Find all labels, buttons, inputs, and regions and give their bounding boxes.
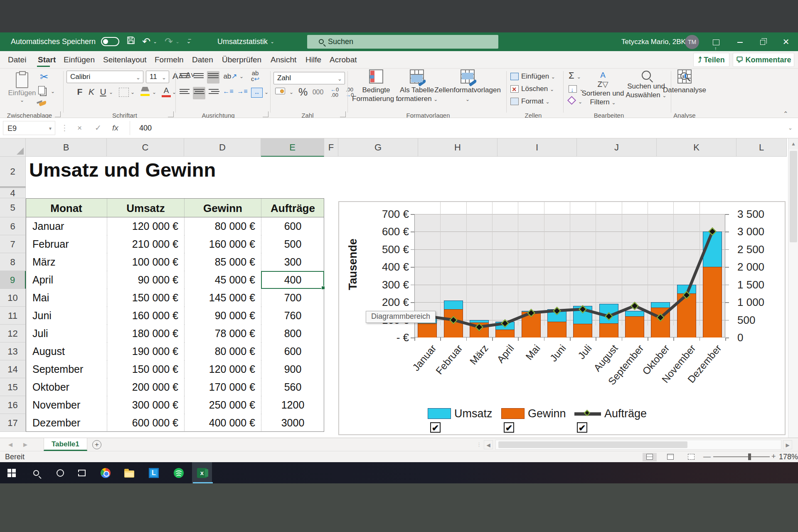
row-header-14[interactable]: 14 <box>0 360 26 378</box>
table-cell[interactable]: 760 <box>261 307 324 325</box>
worksheet-area[interactable]: BCDEFGHIJKL 24567891011121314151617 Umsa… <box>0 138 798 438</box>
align-top-icon[interactable] <box>179 72 190 79</box>
legend-item-aufträge[interactable]: Aufträge <box>574 406 647 421</box>
table-cell[interactable]: 400 000 € <box>184 414 261 432</box>
table-cell[interactable]: 120 000 € <box>107 217 184 235</box>
table-cell[interactable]: 600 <box>261 217 324 235</box>
wrap-text-icon[interactable]: abc↩ <box>248 70 263 82</box>
fill-color-button[interactable] <box>140 87 150 96</box>
table-cell[interactable]: November <box>26 396 107 414</box>
selected-cell-e9[interactable] <box>261 271 324 289</box>
save-icon[interactable] <box>125 36 137 47</box>
name-box[interactable]: E9▾ <box>3 121 55 135</box>
font-color-button[interactable]: A <box>161 86 171 97</box>
customize-qat-icon[interactable]: ⌄̅ <box>185 36 193 47</box>
table-header-gewinn[interactable]: Gewinn <box>184 198 261 217</box>
table-header-monat[interactable]: Monat <box>26 198 107 217</box>
ribbon-tab-einfügen[interactable]: Einfügen <box>62 51 89 68</box>
scroll-up-icon[interactable]: ▲ <box>788 138 798 149</box>
scroll-left-icon[interactable]: ◀ <box>484 440 493 449</box>
percent-style-button[interactable]: % <box>297 86 309 98</box>
currency-dropdown-icon[interactable]: ⌄ <box>289 89 293 95</box>
decrease-indent-icon[interactable]: ←≡ <box>222 88 234 95</box>
table-cell[interactable]: 500 <box>261 235 324 253</box>
font-size-combo[interactable]: 11⌄ <box>146 71 169 83</box>
table-cell[interactable]: Februar <box>26 235 107 253</box>
horizontal-scroll-thumb[interactable] <box>498 441 687 448</box>
namebox-splitter[interactable]: ⋮ <box>61 121 69 135</box>
table-cell[interactable]: 300 000 € <box>107 396 184 414</box>
align-center-icon[interactable] <box>193 87 205 99</box>
sheet-nav-right-icon[interactable]: ▶ <box>23 438 27 451</box>
merge-center-icon[interactable]: ↔ <box>251 88 263 98</box>
table-cell[interactable]: 170 000 € <box>184 378 261 396</box>
view-page-break-button[interactable] <box>684 453 698 461</box>
clear-button[interactable]: ⌄ <box>569 96 582 107</box>
column-header-b[interactable]: B <box>26 138 107 157</box>
cortana-button[interactable] <box>50 462 70 483</box>
legend-item-umsatz[interactable]: Umsatz <box>428 406 493 421</box>
sheet-tab-tabelle1[interactable]: Tabelle1 <box>44 438 87 451</box>
spotify-button[interactable] <box>169 462 189 483</box>
ribbon-tab-start[interactable]: Start <box>36 51 51 68</box>
zoom-in-icon[interactable]: + <box>771 452 776 461</box>
table-cell[interactable]: 85 000 € <box>184 253 261 271</box>
zoom-slider[interactable] <box>713 456 770 457</box>
cut-button[interactable]: ✂ <box>37 71 52 83</box>
table-cell[interactable]: 1200 <box>261 396 324 414</box>
row-header-10[interactable]: 10 <box>0 289 26 307</box>
row-header-9[interactable]: 9 <box>0 271 26 289</box>
start-button[interactable] <box>2 462 22 483</box>
comments-button[interactable]: 🗩 Kommentare <box>733 53 794 67</box>
column-header-j[interactable]: J <box>577 138 657 157</box>
table-cell[interactable]: 90 000 € <box>184 307 261 325</box>
borders-dropdown-icon[interactable]: ⌄ <box>131 89 135 95</box>
copy-button[interactable] <box>38 86 45 94</box>
select-all-corner[interactable] <box>0 138 26 157</box>
sheet-nav-left-icon[interactable]: ◀ <box>8 438 12 451</box>
vertical-scrollbar[interactable]: ▲ <box>788 138 798 438</box>
table-cell[interactable]: Mai <box>26 289 107 307</box>
avatar[interactable]: TM <box>685 35 699 49</box>
taskbar-search-button[interactable] <box>26 462 46 483</box>
table-cell[interactable]: 900 <box>261 360 324 378</box>
table-cell[interactable]: 90 000 € <box>107 271 184 289</box>
row-header-16[interactable]: 16 <box>0 396 26 414</box>
table-cell[interactable]: 250 000 € <box>184 396 261 414</box>
table-cell[interactable]: 300 <box>261 253 324 271</box>
row-header-17[interactable]: 17 <box>0 414 26 432</box>
zoom-out-icon[interactable]: — <box>703 452 711 461</box>
cell-styles-button[interactable]: Zellenformatvorlagen⌄ <box>428 69 507 104</box>
confirm-entry-icon[interactable]: ✓ <box>95 121 101 135</box>
bold-button[interactable]: F <box>75 87 85 97</box>
legend-checkbox-umsatz[interactable]: ✔ <box>430 422 441 433</box>
table-cell[interactable]: 560 <box>261 378 324 396</box>
table-cell[interactable]: 45 000 € <box>184 271 261 289</box>
table-cell[interactable]: 180 000 € <box>107 325 184 342</box>
tabbar-splitter[interactable]: ⋮ <box>476 438 482 451</box>
format-painter-button[interactable] <box>39 102 47 105</box>
column-header-f[interactable]: F <box>324 138 338 157</box>
table-cell[interactable]: 3000 <box>261 414 324 432</box>
increase-indent-icon[interactable]: →≡ <box>236 88 249 95</box>
share-button[interactable]: ⤴ Teilen <box>693 53 729 67</box>
row-header-2[interactable]: 2 <box>0 157 26 187</box>
row-header-12[interactable]: 12 <box>0 325 26 342</box>
file-explorer-button[interactable] <box>119 462 139 483</box>
copy-dropdown-icon[interactable]: ⌄ <box>51 89 55 94</box>
insert-cells-button[interactable]: Einfügen ⌄ <box>510 71 555 82</box>
row-header-5[interactable]: 5 <box>0 198 26 217</box>
sort-filter-button[interactable]: AZ▽ Sortieren undFiltern ⌄ <box>581 71 625 107</box>
table-header-aufträge[interactable]: Aufträge <box>261 198 324 217</box>
table-cell[interactable]: 210 000 € <box>107 235 184 253</box>
autosum-button[interactable]: Σ ⌄ <box>569 70 581 81</box>
comma-style-button[interactable]: 000 <box>310 89 326 96</box>
row-header-4[interactable]: 4 <box>0 188 26 198</box>
align-right-icon[interactable] <box>208 88 219 95</box>
close-button[interactable]: × <box>776 32 796 51</box>
row-header-11[interactable]: 11 <box>0 307 26 325</box>
table-cell[interactable]: 78 000 € <box>184 325 261 342</box>
underline-button[interactable]: U <box>98 87 108 97</box>
excel-taskbar-button[interactable]: x <box>192 462 212 483</box>
formula-bar-expand-icon[interactable]: ⌄ <box>788 121 793 135</box>
